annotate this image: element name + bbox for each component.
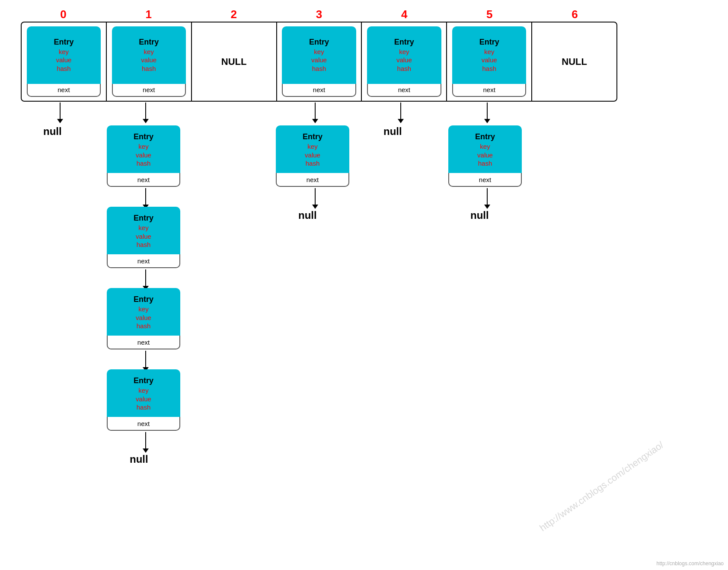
- array-cell-4: Entry key value hash next: [362, 22, 447, 101]
- null-cell-6: NULL: [562, 56, 587, 67]
- array-cell-3: Entry key value hash next: [277, 22, 362, 101]
- entry-1-value: value: [141, 56, 156, 64]
- entry-3-1-key: key: [307, 142, 317, 151]
- array-cell-2: NULL: [192, 22, 277, 101]
- arrow-0-line: [60, 102, 61, 119]
- null-0: null: [43, 125, 62, 138]
- arrow-1-line: [145, 102, 146, 119]
- entry-5-value: value: [482, 56, 497, 64]
- entry-1-1-top: Entry key value hash: [107, 125, 180, 173]
- entry-3-value: value: [311, 56, 327, 64]
- entry-1-hash: hash: [142, 64, 156, 73]
- entry-3-key: key: [314, 48, 324, 56]
- entry-1-2-next: next: [107, 254, 180, 268]
- entry-1-2: Entry key value hash next: [107, 207, 180, 268]
- entry-1-3-hash: hash: [137, 322, 151, 330]
- entry-1-1-title: Entry: [134, 132, 153, 141]
- entry-5-title: Entry: [479, 38, 499, 47]
- footer-url: http://cnblogs.com/chengxiao: [657, 560, 724, 567]
- array-cell-6: NULL: [532, 22, 616, 101]
- entry-0: Entry key value hash next: [27, 26, 101, 97]
- entry-3-title: Entry: [309, 38, 329, 47]
- arrow-1-1-line: [145, 188, 146, 205]
- entry-5-1-title: Entry: [475, 132, 495, 141]
- entry-5-1-value: value: [477, 151, 493, 160]
- arrow-5-line: [487, 102, 488, 119]
- entry-1-3-top: Entry key value hash: [107, 288, 180, 336]
- entry-5-1: Entry key value hash next: [448, 125, 522, 187]
- entry-4-next: next: [367, 84, 441, 97]
- null-3: null: [298, 209, 317, 221]
- entry-4-top: Entry key value hash: [367, 26, 441, 84]
- entry-3-1: Entry key value hash next: [276, 125, 349, 187]
- entry-5-1-next: next: [448, 173, 522, 187]
- arrow-4-head: [398, 119, 404, 123]
- entry-0-value: value: [56, 56, 71, 64]
- arrow-1-2-down: [143, 269, 149, 290]
- null-cell-2: NULL: [221, 56, 247, 67]
- entry-0-hash: hash: [57, 64, 71, 73]
- entry-1-4-value: value: [136, 395, 151, 403]
- arrow-1-head: [143, 119, 149, 123]
- entry-4: Entry key value hash next: [367, 26, 441, 97]
- entry-1-title: Entry: [139, 38, 159, 47]
- arrow-3-1-line: [315, 188, 316, 205]
- arrow-1-4-down: [143, 432, 149, 453]
- entry-5-1-key: key: [480, 142, 490, 151]
- entry-1-2-key: key: [138, 224, 148, 232]
- entry-1-3-key: key: [138, 305, 148, 314]
- entry-1-2-hash: hash: [137, 240, 151, 249]
- entry-1-4: Entry key value hash next: [107, 369, 180, 431]
- entry-1-3-next: next: [107, 336, 180, 349]
- index-2: 2: [191, 8, 276, 21]
- index-labels: 0 1 2 3 4 5 6: [21, 8, 617, 21]
- entry-1-1-next: next: [107, 173, 180, 187]
- null-5: null: [470, 209, 489, 221]
- entry-1: Entry key value hash next: [112, 26, 186, 97]
- entry-1-3: Entry key value hash next: [107, 288, 180, 349]
- entry-3-1-hash: hash: [306, 159, 320, 168]
- arrow-4-down: [398, 102, 404, 123]
- entry-1-2-title: Entry: [134, 214, 153, 223]
- entry-5-1-top: Entry key value hash: [448, 125, 522, 173]
- arrow-1-3-down: [143, 351, 149, 371]
- entry-1-top: Entry key value hash: [112, 26, 186, 84]
- array-cell-1: Entry key value hash next: [107, 22, 192, 101]
- arrow-1-3-line: [145, 351, 146, 367]
- entry-1-4-top: Entry key value hash: [107, 369, 180, 417]
- arrow-1-4-head: [143, 448, 149, 453]
- arrow-4-line: [400, 102, 401, 119]
- entry-1-2-top: Entry key value hash: [107, 207, 180, 254]
- entry-1-1-value: value: [136, 151, 151, 160]
- array-cell-5: Entry key value hash next: [447, 22, 532, 101]
- index-6: 6: [532, 8, 617, 21]
- null-1: null: [130, 453, 148, 465]
- index-3: 3: [276, 8, 361, 21]
- arrow-5-1-down: [484, 188, 490, 209]
- entry-1-1-hash: hash: [137, 159, 151, 168]
- arrow-1-4-line: [145, 432, 146, 448]
- entry-5-1-hash: hash: [478, 159, 492, 168]
- entry-3-1-title: Entry: [303, 132, 322, 141]
- entry-1-4-next: next: [107, 417, 180, 431]
- entry-5-key: key: [484, 48, 494, 56]
- arrow-0-head: [57, 119, 63, 123]
- entry-1-next: next: [112, 84, 186, 97]
- entry-0-next: next: [27, 84, 101, 97]
- arrow-3-line: [315, 102, 316, 119]
- arrow-3-1-down: [312, 188, 318, 209]
- entry-1-4-key: key: [138, 386, 148, 395]
- arrow-5-head: [484, 119, 490, 123]
- arrow-3-down: [312, 102, 318, 123]
- watermark: http://www.cnblogs.com/chengxiao/: [538, 439, 666, 534]
- entry-0-key: key: [59, 48, 69, 56]
- entry-1-4-title: Entry: [134, 376, 153, 385]
- entry-3-1-top: Entry key value hash: [276, 125, 349, 173]
- entry-4-title: Entry: [394, 38, 414, 47]
- index-0: 0: [21, 8, 106, 21]
- arrow-5-1-head: [484, 205, 490, 209]
- entry-4-key: key: [399, 48, 409, 56]
- arrow-1-1-down: [143, 188, 149, 209]
- entry-0-title: Entry: [54, 38, 73, 47]
- entry-5-next: next: [452, 84, 526, 97]
